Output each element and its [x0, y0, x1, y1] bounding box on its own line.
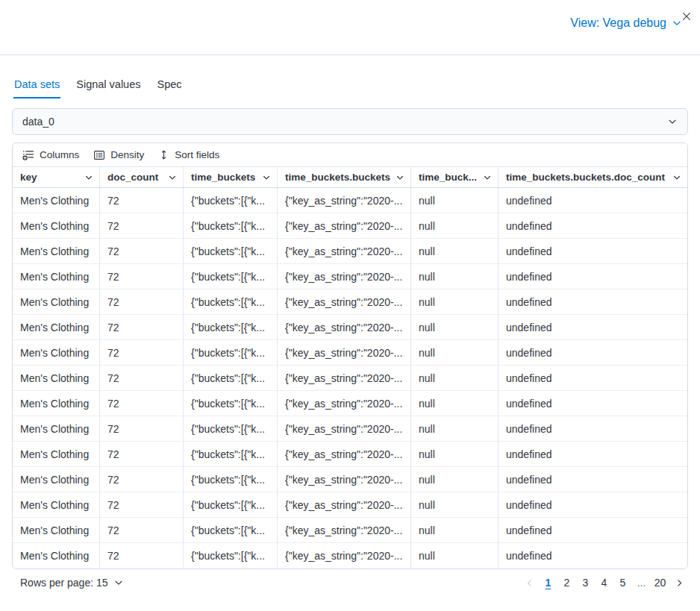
table-cell[interactable]: Men's Clothing: [13, 315, 100, 339]
table-cell[interactable]: {"buckets":[{"k...: [184, 239, 278, 263]
table-cell[interactable]: {"key_as_string":"2020-...: [278, 366, 411, 390]
table-cell[interactable]: null: [411, 289, 499, 314]
table-cell[interactable]: {"key_as_string":"2020-...: [278, 213, 411, 238]
table-cell[interactable]: Men's Clothing: [13, 289, 100, 314]
rows-per-page-button[interactable]: Rows per page: 15: [12, 577, 124, 589]
table-cell[interactable]: undefined: [499, 188, 687, 213]
table-cell[interactable]: null: [411, 213, 499, 238]
table-cell[interactable]: 72: [100, 340, 184, 365]
close-button[interactable]: [680, 10, 693, 23]
table-cell[interactable]: undefined: [499, 518, 687, 542]
table-cell[interactable]: {"key_as_string":"2020-...: [278, 543, 411, 568]
table-cell[interactable]: undefined: [499, 239, 687, 263]
table-cell[interactable]: null: [411, 264, 499, 289]
table-cell[interactable]: Men's Clothing: [13, 213, 100, 238]
table-cell[interactable]: null: [411, 315, 499, 339]
table-cell[interactable]: undefined: [499, 467, 687, 492]
page-button-1[interactable]: 1: [540, 574, 557, 592]
table-cell[interactable]: 72: [100, 213, 184, 238]
table-cell[interactable]: null: [411, 340, 499, 365]
view-selector[interactable]: View: Vega debug: [570, 16, 682, 30]
table-cell[interactable]: 72: [100, 391, 184, 416]
table-cell[interactable]: 72: [100, 416, 184, 441]
table-cell[interactable]: 72: [100, 543, 184, 568]
table-cell[interactable]: Men's Clothing: [13, 340, 100, 365]
page-button-3[interactable]: 3: [577, 574, 594, 592]
page-button-2[interactable]: 2: [558, 574, 575, 592]
table-cell[interactable]: null: [411, 239, 499, 263]
table-cell[interactable]: 72: [100, 518, 184, 542]
table-cell[interactable]: null: [411, 543, 499, 568]
table-cell[interactable]: {"key_as_string":"2020-...: [278, 416, 411, 441]
table-cell[interactable]: {"buckets":[{"k...: [184, 340, 278, 365]
table-cell[interactable]: {"key_as_string":"2020-...: [278, 340, 411, 365]
table-cell[interactable]: {"buckets":[{"k...: [184, 366, 278, 390]
table-cell[interactable]: 72: [100, 239, 184, 263]
table-cell[interactable]: {"buckets":[{"k...: [184, 442, 278, 466]
table-cell[interactable]: Men's Clothing: [13, 391, 100, 416]
table-cell[interactable]: 72: [100, 264, 184, 289]
table-cell[interactable]: Men's Clothing: [13, 442, 100, 466]
table-cell[interactable]: {"buckets":[{"k...: [184, 492, 278, 517]
table-cell[interactable]: {"key_as_string":"2020-...: [278, 492, 411, 517]
table-cell[interactable]: undefined: [499, 391, 687, 416]
table-cell[interactable]: 72: [100, 289, 184, 314]
column-header-time-buckets-buckets-doc-count[interactable]: time_buckets.buckets.doc_count: [499, 167, 687, 187]
table-cell[interactable]: undefined: [499, 442, 687, 466]
table-cell[interactable]: undefined: [499, 213, 687, 238]
table-cell[interactable]: {"buckets":[{"k...: [184, 264, 278, 289]
table-cell[interactable]: 72: [100, 492, 184, 517]
table-cell[interactable]: {"buckets":[{"k...: [184, 289, 278, 314]
table-cell[interactable]: {"buckets":[{"k...: [184, 391, 278, 416]
table-cell[interactable]: Men's Clothing: [13, 239, 100, 263]
table-cell[interactable]: Men's Clothing: [13, 518, 100, 542]
table-cell[interactable]: undefined: [499, 264, 687, 289]
table-cell[interactable]: undefined: [499, 492, 687, 517]
tab-signal-values[interactable]: Signal values: [75, 76, 141, 98]
table-cell[interactable]: undefined: [499, 315, 687, 339]
column-header-key[interactable]: key: [13, 167, 100, 187]
columns-button[interactable]: Columns: [22, 149, 79, 161]
table-cell[interactable]: null: [411, 518, 499, 542]
table-cell[interactable]: {"key_as_string":"2020-...: [278, 264, 411, 289]
page-button-4[interactable]: 4: [596, 574, 613, 592]
table-cell[interactable]: 72: [100, 188, 184, 213]
tab-data-sets[interactable]: Data sets: [13, 76, 60, 98]
table-cell[interactable]: 72: [100, 366, 184, 390]
table-cell[interactable]: undefined: [499, 366, 687, 390]
table-cell[interactable]: Men's Clothing: [13, 188, 100, 213]
chevron-down-icon[interactable]: [84, 173, 93, 182]
chevron-down-icon[interactable]: [262, 173, 271, 182]
table-cell[interactable]: null: [411, 442, 499, 466]
table-cell[interactable]: {"key_as_string":"2020-...: [278, 289, 411, 314]
table-cell[interactable]: undefined: [499, 340, 687, 365]
table-cell[interactable]: {"buckets":[{"k...: [184, 315, 278, 339]
table-cell[interactable]: Men's Clothing: [13, 416, 100, 441]
chevron-down-icon[interactable]: [396, 173, 404, 182]
table-cell[interactable]: Men's Clothing: [13, 366, 100, 390]
table-cell[interactable]: undefined: [499, 289, 687, 314]
table-cell[interactable]: {"buckets":[{"k...: [184, 543, 278, 568]
table-cell[interactable]: Men's Clothing: [13, 264, 100, 289]
table-cell[interactable]: null: [411, 391, 499, 416]
page-button-20[interactable]: 20: [651, 574, 669, 592]
table-cell[interactable]: null: [411, 188, 499, 213]
table-cell[interactable]: null: [411, 416, 499, 441]
table-cell[interactable]: {"buckets":[{"k...: [184, 213, 278, 238]
table-cell[interactable]: {"key_as_string":"2020-...: [278, 315, 411, 339]
sort-fields-button[interactable]: Sort fields: [158, 149, 219, 160]
table-cell[interactable]: {"buckets":[{"k...: [184, 518, 278, 542]
table-cell[interactable]: 72: [100, 315, 184, 339]
chevron-down-icon[interactable]: [168, 173, 177, 182]
table-cell[interactable]: {"key_as_string":"2020-...: [278, 442, 411, 466]
previous-page-button[interactable]: [520, 574, 538, 592]
column-header-doc-count[interactable]: doc_count: [100, 167, 184, 187]
table-cell[interactable]: undefined: [499, 416, 687, 441]
table-cell[interactable]: undefined: [499, 543, 687, 568]
table-cell[interactable]: null: [411, 492, 499, 517]
table-cell[interactable]: 72: [100, 467, 184, 492]
column-header-time-buckets-buckets[interactable]: time_buckets.buckets: [278, 167, 411, 187]
table-cell[interactable]: {"buckets":[{"k...: [184, 467, 278, 492]
table-cell[interactable]: null: [411, 467, 499, 492]
table-cell[interactable]: Men's Clothing: [13, 492, 100, 517]
